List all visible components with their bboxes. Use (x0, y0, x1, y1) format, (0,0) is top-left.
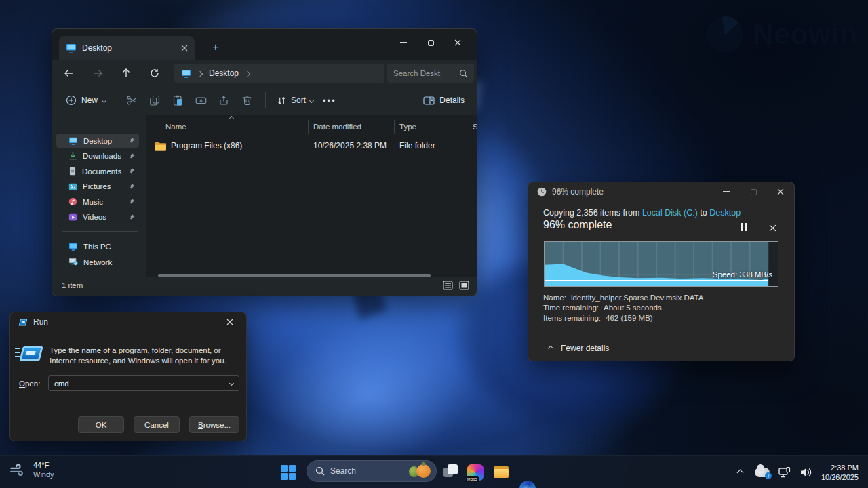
pin-icon (129, 184, 135, 190)
minimize-button[interactable] (713, 183, 740, 201)
delete-button[interactable] (235, 90, 258, 110)
explorer-tab-desktop[interactable]: Desktop (59, 36, 195, 60)
network-tray-button[interactable] (778, 466, 791, 479)
forward-button[interactable] (86, 64, 109, 83)
breadcrumb[interactable]: Desktop (174, 64, 384, 83)
file-explorer-window: Desktop + Desktop (52, 28, 477, 296)
back-button[interactable] (58, 64, 81, 83)
desktop-icon (68, 137, 78, 145)
motion-dash (15, 356, 20, 357)
pause-icon (745, 223, 747, 231)
copy-summary-connector: to (698, 208, 709, 218)
maximize-button[interactable] (740, 183, 767, 201)
m365-label: M365 (466, 476, 479, 482)
refresh-icon (150, 68, 159, 78)
copy-source-link[interactable]: Local Disk (C:) (642, 208, 698, 218)
file-list-pane: Name Date modified Type Size Program Fil… (146, 115, 477, 277)
copy-progress-window: 96% complete Copying 2,356 items from Lo… (528, 182, 795, 361)
m365-copilot-button[interactable]: M365 (467, 464, 484, 481)
breadcrumb-item-desktop[interactable]: Desktop (209, 68, 239, 78)
sidebar-item-documents[interactable]: Documents (56, 164, 139, 178)
weather-widget[interactable]: 44°F Windy (9, 460, 54, 479)
search-placeholder: Search Deskt (393, 69, 440, 77)
column-header-type[interactable]: Type (399, 123, 416, 131)
file-explorer-button[interactable] (494, 464, 510, 481)
up-button[interactable] (115, 64, 138, 83)
sidebar-item-pictures[interactable]: Pictures (56, 180, 139, 194)
volume-tray-button[interactable] (800, 466, 813, 479)
run-icon-large (21, 346, 41, 361)
edge-button[interactable] (519, 481, 536, 488)
pause-button[interactable] (741, 223, 747, 231)
sidebar-item-videos[interactable]: Videos (56, 210, 139, 224)
column-separator[interactable] (469, 120, 469, 134)
wind-icon (9, 462, 27, 477)
copy-button[interactable] (143, 90, 166, 110)
explorer-search-box[interactable]: Search Deskt (387, 64, 474, 83)
close-button[interactable] (444, 33, 471, 52)
motion-dash (15, 348, 20, 349)
neowin-watermark: Neowin (707, 16, 858, 53)
ok-button[interactable]: OK (78, 416, 124, 433)
close-button[interactable] (767, 183, 794, 201)
sidebar-item-music[interactable]: Music (56, 195, 139, 209)
close-button[interactable] (216, 313, 243, 331)
large-icons-view-icon (459, 281, 469, 290)
open-combobox[interactable]: cmd (48, 375, 239, 391)
column-separator[interactable] (394, 120, 395, 134)
tab-close-button[interactable] (181, 45, 188, 52)
pin-icon (129, 153, 135, 159)
sidebar-item-downloads[interactable]: Downloads (56, 149, 139, 163)
file-row-program-files[interactable]: Program Files (x86) 10/26/2025 2:38 PM F… (151, 138, 473, 154)
chevron-down-icon (102, 98, 106, 102)
pin-icon (129, 138, 135, 144)
cancel-copy-button[interactable] (769, 222, 776, 235)
search-icon (459, 69, 468, 78)
paste-button[interactable] (166, 90, 189, 110)
column-header-name[interactable]: Name (165, 123, 186, 131)
volume-icon (800, 466, 813, 479)
details-view-button[interactable] (441, 279, 454, 291)
fewer-details-button[interactable]: Fewer details (549, 344, 609, 353)
more-options-button[interactable]: ••• (323, 96, 336, 106)
copy-destination-link[interactable]: Desktop (709, 208, 741, 218)
rename-button[interactable]: A (189, 90, 212, 110)
onedrive-tray-button[interactable]: i (755, 468, 770, 477)
new-button[interactable]: New (66, 95, 106, 106)
speed-graph: Speed: 338 MB/s (544, 241, 778, 287)
column-header-size[interactable]: Size (473, 123, 477, 131)
cut-button[interactable] (120, 90, 143, 110)
minimize-button[interactable] (390, 33, 417, 52)
pictures-icon (68, 182, 77, 191)
sort-button[interactable]: Sort (277, 96, 313, 106)
chevron-up-icon (548, 346, 553, 351)
network-icon (778, 466, 791, 479)
run-description: Type the name of a program, folder, docu… (50, 346, 237, 366)
copy-summary-prefix: Copying 2,356 items from (543, 208, 642, 218)
taskbar-clock[interactable]: 2:38 PM 10/26/2025 (821, 463, 859, 482)
browse-button[interactable]: Browse... (189, 416, 239, 433)
copy-detail-time: Time remaining: About 5 seconds (543, 304, 662, 312)
system-tray: i 2:38 PM 10/26/2025 (738, 456, 868, 488)
explorer-body: Desktop Downloads Documents Pictures (52, 115, 477, 277)
new-tab-button[interactable]: + (207, 39, 224, 56)
task-view-button[interactable] (443, 464, 459, 481)
detail-value: identity_helper.Sparse.Dev.msix.DATA (571, 293, 704, 302)
sidebar-item-this-pc[interactable]: This PC (56, 239, 139, 253)
tray-overflow-button[interactable] (736, 469, 743, 476)
start-button[interactable] (281, 465, 296, 480)
maximize-button[interactable] (417, 33, 444, 52)
cancel-button[interactable]: Cancel (134, 416, 180, 433)
sidebar-item-network[interactable]: Network (56, 255, 139, 269)
large-icons-view-button[interactable] (458, 279, 470, 291)
details-toggle-button[interactable]: Details (423, 96, 465, 106)
cut-icon (126, 95, 138, 106)
column-header-date[interactable]: Date modified (313, 123, 361, 131)
explorer-toolbar: New A Sort ••• Details (52, 86, 477, 115)
window-controls (390, 33, 471, 52)
refresh-button[interactable] (143, 64, 166, 83)
sidebar-item-desktop[interactable]: Desktop (56, 134, 139, 148)
column-separator[interactable] (308, 120, 309, 134)
taskbar-search-box[interactable]: Search (307, 460, 437, 482)
share-button[interactable] (212, 90, 235, 110)
